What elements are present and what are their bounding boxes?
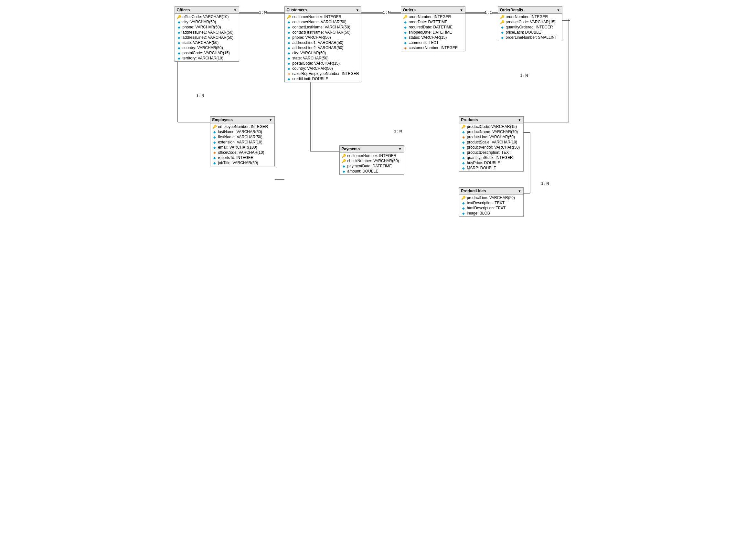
key-icon: 🔑 <box>461 125 466 129</box>
field-icon: ◆ <box>461 211 466 215</box>
field-name: productVendor: VARCHAR(50) <box>467 145 520 150</box>
table-header-payments[interactable]: Payments▼ <box>340 146 404 153</box>
table-orders: Orders▼🔑orderNumber: INTEGER◆orderDate: … <box>401 7 465 51</box>
field-name: officeCode: VARCHAR(10) <box>218 150 264 155</box>
field-icon: ◆ <box>403 20 408 24</box>
field-name: htmlDescription: TEXT <box>467 206 506 210</box>
field-name: productCode: VARCHAR(15) <box>506 20 556 24</box>
field-icon: ◆ <box>177 30 181 35</box>
dropdown-arrow-icon: ▼ <box>518 118 521 122</box>
relation-products-productlines: 1 : N <box>541 182 549 185</box>
field-icon: ◆ <box>403 35 408 40</box>
table-row: 🔑productCode: VARCHAR(15) <box>459 124 523 129</box>
field-icon: ◆ <box>177 41 181 45</box>
dropdown-arrow-icon: ▼ <box>518 189 521 193</box>
field-icon: ◆ <box>461 160 466 165</box>
dropdown-arrow-icon: ▼ <box>269 118 273 122</box>
table-row: ◈productLine: VARCHAR(50) <box>459 134 523 140</box>
table-employees: Employees▼🔑employeeNumber: INTEGER◆lastN… <box>210 116 275 166</box>
table-row: ◆addressLine2: VARCHAR(50) <box>175 35 239 40</box>
field-icon: ◆ <box>403 30 408 35</box>
field-icon: ◆ <box>500 25 505 29</box>
field-icon: ◆ <box>177 45 181 50</box>
table-row: ◆paymentDate: DATETIME <box>340 163 404 169</box>
field-name: customerName: VARCHAR(50) <box>293 20 346 24</box>
field-icon: ◆ <box>500 30 505 35</box>
table-header-employees[interactable]: Employees▼ <box>210 117 275 124</box>
table-header-orders[interactable]: Orders▼ <box>401 7 465 14</box>
key-icon: 🔑 <box>403 14 408 19</box>
field-icon: ◆ <box>461 201 466 205</box>
field-name: addressLine1: VARCHAR(50) <box>293 41 344 45</box>
table-row: ◆state: VARCHAR(50) <box>175 40 239 45</box>
field-icon: ◆ <box>287 76 291 81</box>
table-row: ◆MSRP: DOUBLE <box>459 165 523 171</box>
field-name: priceEach: DOUBLE <box>506 30 541 35</box>
table-row: ◆quantityInStock: INTEGER <box>459 155 523 160</box>
table-row: ◆phone: VARCHAR(50) <box>175 25 239 30</box>
field-name: requiredDate: DATETIME <box>409 25 453 29</box>
field-name: postalCode: VARCHAR(15) <box>293 61 340 66</box>
table-products: Products▼🔑productCode: VARCHAR(15)◆produ… <box>459 116 524 172</box>
table-row: ◆addressLine1: VARCHAR(50) <box>285 40 361 45</box>
table-title-offices: Offices <box>177 8 190 12</box>
table-row: ◆city: VARCHAR(50) <box>285 50 361 56</box>
table-row: ◆orderLineNumber: SMALLINT <box>498 35 562 40</box>
field-name: amount: DOUBLE <box>347 169 378 174</box>
field-icon: ◆ <box>461 145 466 150</box>
field-icon: ◆ <box>287 51 291 55</box>
table-row: ◆email: VARCHAR(100) <box>210 145 275 150</box>
table-orderdetails: OrderDetails▼🔑orderNumber: INTEGER🔑produ… <box>498 7 563 41</box>
field-icon: ◆ <box>287 56 291 60</box>
field-icon: ◆ <box>212 135 217 139</box>
field-name: paymentDate: DATETIME <box>347 164 392 168</box>
field-icon: ◆ <box>500 35 505 40</box>
table-title-products: Products <box>461 118 478 122</box>
table-header-products[interactable]: Products▼ <box>459 117 523 124</box>
key-icon: 🔑 <box>500 20 505 24</box>
field-icon: ◆ <box>461 206 466 210</box>
key-icon: 🔑 <box>212 125 217 129</box>
table-row: ◈officeCode: VARCHAR(10) <box>210 150 275 155</box>
table-row: ◆postalCode: VARCHAR(15) <box>175 50 239 56</box>
table-title-employees: Employees <box>212 118 233 122</box>
table-row: ◆requiredDate: DATETIME <box>401 25 465 30</box>
table-row: ◆orderDate: DATETIME <box>401 19 465 25</box>
table-customers: Customers▼🔑customerNumber: INTEGER◆custo… <box>284 7 361 82</box>
table-header-offices[interactable]: Offices▼ <box>175 7 239 14</box>
table-row: ◆customerName: VARCHAR(50) <box>285 19 361 25</box>
table-row: ◆productName: VARCHAR(70) <box>459 129 523 134</box>
table-header-customers[interactable]: Customers▼ <box>285 7 361 14</box>
field-name: shippedDate: DATETIME <box>409 30 452 35</box>
table-row: ◆image: BLOB <box>459 211 523 216</box>
table-offices: Offices▼🔑officeCode: VARCHAR(10)◆city: V… <box>175 7 239 62</box>
table-header-productlines[interactable]: ProductLines▼ <box>459 188 523 194</box>
table-row: ◈salesRepEmployeeNumber: INTEGER <box>285 71 361 76</box>
table-body-offices: 🔑officeCode: VARCHAR(10)◆city: VARCHAR(5… <box>175 14 239 61</box>
table-productlines: ProductLines▼🔑productLine: VARCHAR(50)◆t… <box>459 187 524 217</box>
table-body-employees: 🔑employeeNumber: INTEGER◆lastName: VARCH… <box>210 124 275 166</box>
field-name: addressLine2: VARCHAR(50) <box>183 35 234 40</box>
key-icon: 🔑 <box>287 14 291 19</box>
table-header-orderdetails[interactable]: OrderDetails▼ <box>498 7 562 14</box>
table-row: ◆firstName: VARCHAR(50) <box>210 134 275 140</box>
field-name: orderNumber: INTEGER <box>409 14 451 19</box>
dropdown-arrow-icon: ▼ <box>398 147 402 151</box>
field-icon: ◆ <box>461 150 466 155</box>
field-icon: ◆ <box>342 169 346 174</box>
table-row: ◆phone: VARCHAR(50) <box>285 35 361 40</box>
field-icon: ◆ <box>177 51 181 55</box>
table-row: 🔑orderNumber: INTEGER <box>401 14 465 19</box>
field-name: country: VARCHAR(50) <box>293 66 333 71</box>
field-icon: ◆ <box>177 25 181 29</box>
field-name: country: VARCHAR(50) <box>183 45 223 50</box>
relation-orders-orderdetails: 1 : 1 <box>485 10 492 14</box>
field-name: postalCode: VARCHAR(15) <box>183 51 230 55</box>
field-name: customerNumber: INTEGER <box>347 154 396 158</box>
field-name: jobTitle: VARCHAR(50) <box>218 160 258 165</box>
field-name: phone: VARCHAR(50) <box>293 35 331 40</box>
field-name: state: VARCHAR(50) <box>183 41 219 45</box>
relation-offices-customers: 1 : N <box>259 10 267 14</box>
table-row: ◆territory: VARCHAR(10) <box>175 56 239 61</box>
table-row: 🔑orderNumber: INTEGER <box>498 14 562 19</box>
